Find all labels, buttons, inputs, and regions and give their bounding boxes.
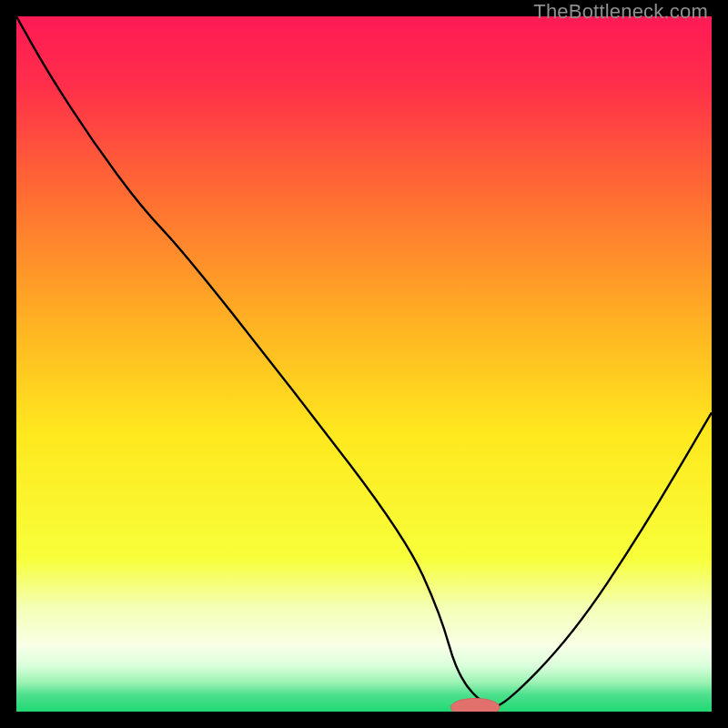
watermark-text: TheBottleneck.com — [533, 0, 708, 24]
chart-canvas — [16, 16, 712, 712]
chart-frame — [16, 16, 712, 712]
chart-background — [16, 16, 712, 712]
